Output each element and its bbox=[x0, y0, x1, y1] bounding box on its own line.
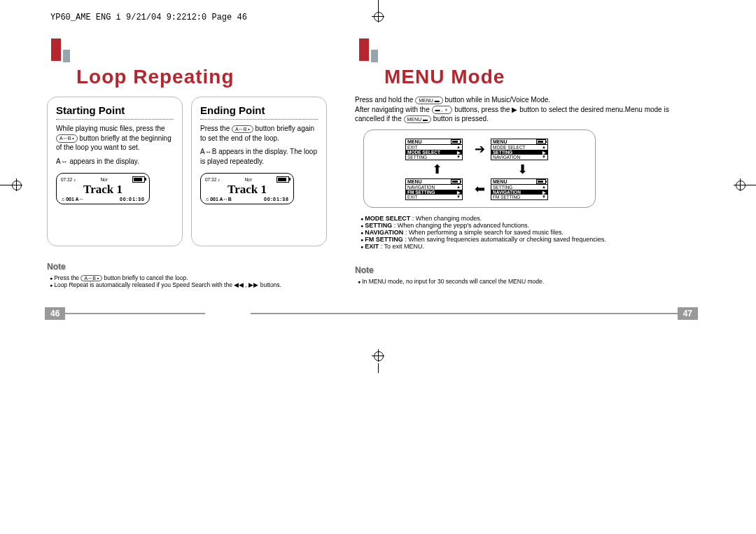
menu-button-icon: MENU ▬ bbox=[415, 97, 443, 104]
menu-lcd-a: MENU EXIT▲ MODE SELECT▶ SETTING▼ bbox=[405, 139, 463, 160]
text: appears in the display. The loop is play… bbox=[200, 148, 317, 165]
menu-title: MENU bbox=[493, 179, 507, 184]
menu-item: FM SETTING bbox=[493, 195, 520, 199]
arrow-left-icon: ⬅ bbox=[472, 183, 486, 195]
ending-text: Press the A↔B • button briefly again to … bbox=[200, 124, 318, 143]
term: FM SETTING bbox=[365, 236, 403, 243]
arrow-up-icon: ⬆ bbox=[405, 163, 468, 176]
term: EXIT bbox=[365, 243, 379, 250]
battery-icon bbox=[536, 139, 546, 144]
text: appears in the display. bbox=[69, 157, 139, 165]
menu-item: FM SETTING bbox=[407, 190, 435, 195]
note-list-left: Press the A↔B • button briefly to cancel… bbox=[47, 274, 327, 288]
minus-plus-icon: ▬ , ＋ bbox=[432, 106, 453, 113]
menu-diagram-box: MENU EXIT▲ MODE SELECT▶ SETTING▼ ➔ MENU … bbox=[363, 129, 596, 208]
lcd-ab: A↔ bbox=[76, 197, 84, 202]
menu-item: NAVIGATION bbox=[493, 190, 521, 195]
term: NAVIGATION bbox=[365, 229, 403, 236]
lcd-starting: 07:32 ♪ Nor Track 1 ♫ 001 A↔ 00:01:30 bbox=[56, 173, 150, 204]
menu-lcd-b: MENU MODE SELECT▲ SETTING▶ NAVIGATION▼ bbox=[491, 139, 548, 160]
text: buttons. bbox=[260, 281, 281, 288]
lcd-ending: 07:32 ♪ Nor Track 1 ♫ 001 A↔B 00:01:38 bbox=[200, 173, 294, 204]
doc-path: YP60_AME ENG i 9/21/04 9:2212:0 Page 46 bbox=[50, 13, 247, 22]
note-heading-right: Note bbox=[355, 265, 374, 275]
page-number-left: 46 bbox=[45, 307, 205, 320]
text: : To exit MENU. bbox=[381, 243, 424, 250]
text: Press and hold the bbox=[355, 96, 413, 104]
text: button is pressed. bbox=[433, 115, 489, 122]
text: : When performing a simple search for sa… bbox=[405, 229, 564, 236]
lcd-num: 001 bbox=[210, 197, 218, 202]
arrow-down-icon: ⬇ bbox=[491, 163, 554, 176]
menu-button-icon: MENU ▬ bbox=[404, 115, 432, 123]
starting-text2: A↔ appears in the display. bbox=[56, 157, 174, 167]
page-title-left: Loop Repeating bbox=[76, 66, 327, 88]
menu-title: MENU bbox=[407, 179, 422, 184]
ending-point-box: Ending Point Press the A↔B • button brie… bbox=[191, 97, 327, 246]
battery-icon bbox=[451, 139, 461, 144]
starting-text: While playing music files, press the A↔B… bbox=[56, 124, 174, 153]
menu-item: MODE SELECT bbox=[407, 150, 440, 155]
menu-item: SETTING bbox=[407, 155, 427, 160]
text: After navigating with the bbox=[355, 106, 430, 113]
text: While playing music files, press the bbox=[56, 125, 165, 132]
rewind-forward-icon: ◀◀ , ▶▶ bbox=[234, 281, 258, 288]
text: Press the bbox=[54, 274, 79, 281]
note-list-right: In MENU mode, no input for 30 seconds wi… bbox=[355, 278, 698, 285]
text: In MENU mode, no input for 30 seconds wi… bbox=[358, 278, 698, 285]
starting-point-box: Starting Point While playing music files… bbox=[47, 97, 183, 246]
arrow-right-icon: ➔ bbox=[472, 143, 486, 155]
menu-lcd-d: MENU SETTING▲ NAVIGATION▶ FM SETTING▼ bbox=[491, 178, 548, 200]
lcd-eq: Nor bbox=[100, 177, 107, 182]
lcd-track: Track 1 bbox=[61, 183, 145, 197]
battery-icon bbox=[132, 176, 145, 183]
ab-button-icon: A↔B • bbox=[232, 125, 253, 133]
lcd-track: Track 1 bbox=[205, 183, 289, 197]
menu-item: NAVIGATION bbox=[407, 185, 435, 190]
battery-icon bbox=[451, 179, 461, 184]
intro-text: Press and hold the MENU ▬ button while i… bbox=[355, 95, 698, 124]
ab-button-icon: A↔B • bbox=[80, 275, 102, 281]
lcd-time: 07:32 bbox=[61, 177, 72, 182]
menu-item: SETTING bbox=[493, 150, 512, 155]
lcd-num: 001 bbox=[66, 197, 74, 202]
ab-button-icon: A↔B • bbox=[56, 134, 78, 142]
battery-icon bbox=[276, 176, 289, 183]
menu-desc-list: MODE SELECT : When changing modes. SETTI… bbox=[358, 215, 698, 250]
cropmark-right bbox=[734, 178, 756, 191]
page-title-right: MENU Mode bbox=[384, 66, 698, 88]
lcd-time: 07:32 bbox=[205, 177, 216, 182]
menu-title: MENU bbox=[407, 139, 422, 144]
page-number-right: 47 bbox=[251, 307, 698, 320]
lcd-elapsed: 00:01:30 bbox=[120, 197, 145, 202]
menu-item: MODE SELECT bbox=[493, 145, 526, 150]
lcd-eq: Nor bbox=[244, 177, 251, 182]
page-number: 47 bbox=[678, 307, 698, 320]
ab-indicator: A↔ bbox=[56, 157, 68, 165]
menu-item: SETTING bbox=[493, 185, 512, 190]
text: Press the bbox=[200, 125, 230, 132]
text: : When changing modes. bbox=[412, 215, 482, 222]
menu-lcd-c: MENU NAVIGATION▲ FM SETTING▶ EXIT▼ bbox=[405, 178, 463, 200]
note-heading-left: Note bbox=[47, 262, 66, 272]
ending-text2: A↔B appears in the display. The loop is … bbox=[200, 147, 318, 166]
battery-icon bbox=[536, 179, 546, 184]
lcd-ab: A↔B bbox=[220, 197, 232, 202]
text: Loop Repeat is automatically released if… bbox=[54, 281, 232, 288]
menu-item: EXIT bbox=[407, 195, 417, 199]
page-number: 46 bbox=[45, 307, 65, 320]
menu-item: NAVIGATION bbox=[493, 155, 520, 160]
text: button briefly to cancel the loop. bbox=[104, 274, 188, 281]
term: SETTING bbox=[365, 222, 392, 229]
cropmark-top bbox=[372, 0, 384, 24]
menu-item: EXIT bbox=[407, 145, 417, 150]
lcd-elapsed: 00:01:38 bbox=[264, 197, 289, 202]
text: : When saving frequencies automatically … bbox=[405, 236, 606, 243]
term: MODE SELECT bbox=[365, 215, 410, 222]
heading-ending: Ending Point bbox=[200, 104, 318, 116]
cropmark-bottom bbox=[372, 349, 384, 373]
text: button while in Music/Voice Mode. bbox=[445, 96, 551, 104]
cropmark-left bbox=[0, 178, 22, 191]
heading-starting: Starting Point bbox=[56, 104, 174, 116]
menu-title: MENU bbox=[493, 139, 507, 144]
